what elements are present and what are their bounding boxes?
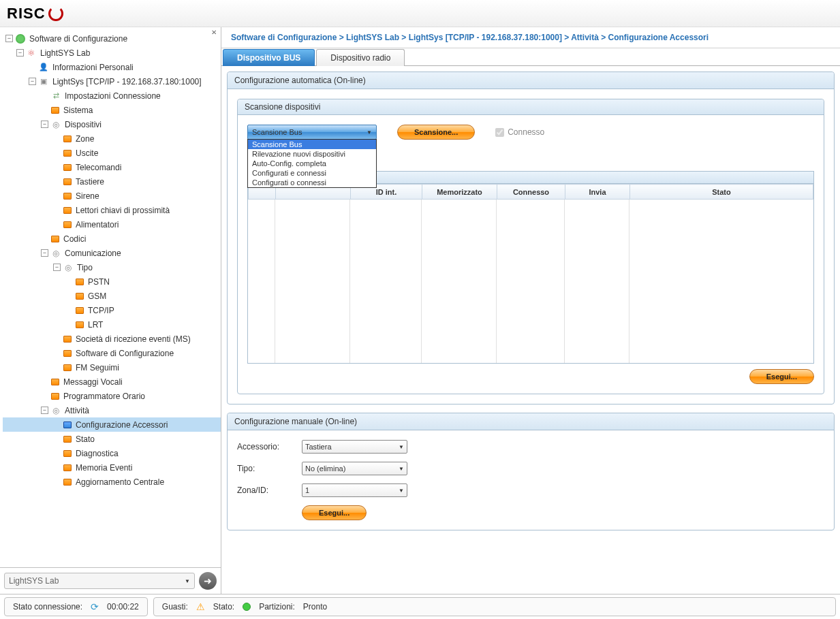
tree-dispositivi[interactable]: −◎Dispositivi [3,117,221,131]
tree-telecomandi[interactable]: Telecomandi [3,160,221,174]
site-select[interactable]: LightSYS Lab ▼ [4,573,195,589]
tree-diagnostica[interactable]: Diagnostica [3,446,221,460]
tree-sirene[interactable]: Sirene [3,189,221,203]
tree-fm[interactable]: FM Seguimi [3,360,221,375]
collapse-icon[interactable]: − [5,35,13,42]
tree-messaggi[interactable]: Messaggi Vocali [3,375,221,389]
globe-icon [16,34,25,44]
tree-uscite[interactable]: Uscite [3,146,221,160]
manual-execute-button[interactable]: Esegui... [302,505,367,520]
collapse-icon[interactable]: − [29,78,36,85]
dropdown-option[interactable]: Configurati o connessi [248,178,376,187]
tree-info[interactable]: 👤Informazioni Personali [3,60,221,74]
tree-societa[interactable]: Società di ricezione eventi (MS) [3,332,221,346]
tree-gsm[interactable]: GSM [3,289,221,303]
tree-aggiornamento[interactable]: Aggiornamento Centrale [3,475,221,489]
tree-alimentatori[interactable]: Alimentatori [3,217,221,232]
tree-software[interactable]: Software di Configurazione [3,346,221,360]
tree-tipo[interactable]: −◎Tipo [3,260,221,274]
tree-codici[interactable]: Codici [3,232,221,246]
tree-root[interactable]: −Software di Configurazione [3,31,221,46]
tree-label: Programmatore Orario [63,392,145,401]
scan-mode-dropdown-list: Scansione Bus Rilevazione nuovi disposit… [247,139,377,188]
dropdown-option[interactable]: Configurati e connessi [248,168,376,178]
go-button[interactable]: ➜ [199,572,217,590]
dropdown-option[interactable]: Scansione Bus [248,140,376,149]
tree-configurazione[interactable]: Configurazione Accessori [3,417,221,432]
tree-lab[interactable]: −⚛LightSYS Lab [3,46,221,60]
collapse-icon[interactable]: − [53,264,61,271]
gear-icon: ◎ [51,120,61,129]
tree-label: Diagnostica [76,449,119,458]
tree-label: LightSYS Lab [40,48,90,58]
scan-mode-dropdown[interactable]: Scansione Bus ▼ [247,125,377,140]
tab-radio[interactable]: Dispositivo radio [316,49,405,66]
tree-programmatore[interactable]: Programmatore Orario [3,389,221,403]
share-icon: ⚛ [27,48,36,58]
close-icon[interactable]: ✕ [211,29,217,36]
collapse-icon[interactable]: − [41,249,48,257]
tree-zone[interactable]: Zone [3,131,221,146]
auto-config-title: Configurazione automatica (On-line) [228,72,834,89]
tree-label: Sirene [76,191,99,201]
collapse-icon[interactable]: − [16,49,24,57]
tree-label: Stato [76,434,95,444]
tree-label: Alimentatori [76,220,119,229]
tree-device[interactable]: −▣LightSys [TCP/IP - 192.168.37.180:1000… [3,74,221,89]
tree-pstn[interactable]: PSTN [3,274,221,289]
tree-conn[interactable]: ⇄Impostazioni Connessione [3,89,221,103]
sidebar: ✕ −Software di Configurazione −⚛LightSYS… [0,27,221,594]
tree-label: Dispositivi [65,120,102,129]
tree-label: PSTN [88,277,110,287]
folder-icon [63,364,72,371]
tree-label: Società di ricezione eventi (MS) [76,334,191,344]
tree-label: Sistema [63,106,93,115]
manual-config-title: Configurazione manuale (On-line) [228,413,834,430]
accessorio-label: Accessorio: [237,442,302,451]
folder-icon [51,236,59,242]
warning-icon: ⚠ [196,601,205,612]
folder-icon [76,293,84,300]
folder-icon [63,221,72,228]
dropdown-option[interactable]: Rilevazione nuovi dispositivi [248,149,376,159]
tree-memoria[interactable]: Memoria Eventi [3,460,221,475]
folder-icon [63,150,72,157]
tree-sistema[interactable]: Sistema [3,103,221,117]
tree-attivita[interactable]: −◎Attività [3,403,221,417]
collapse-icon[interactable]: − [41,407,48,414]
status-main-panel: Guasti: ⚠ Stato: Partizioni: Pronto [153,597,836,616]
guasti-label: Guasti: [162,602,188,612]
chevron-down-icon: ▼ [399,466,404,472]
tree-tastiere[interactable]: Tastiere [3,174,221,189]
tab-bus[interactable]: Dispositivo BUS [223,49,315,66]
folder-icon [63,336,72,343]
scan-button[interactable]: Scansione... [397,125,475,140]
th-memorizzato[interactable]: Memorizzato [422,185,497,200]
auto-execute-button[interactable]: Esegui... [749,369,814,384]
tipo-select[interactable]: No (elimina) ▼ [302,462,407,475]
collapse-icon[interactable]: − [41,121,48,128]
dropdown-option[interactable]: Auto-Config. completa [248,159,376,168]
table-body [248,200,813,363]
folder-icon [63,193,72,200]
tree-lettori[interactable]: Lettori chiavi di prossimità [3,203,221,217]
app-header: RISC [0,0,840,27]
user-icon: 👤 [39,63,48,72]
chevron-down-icon: ▼ [399,444,404,450]
tree-lrt[interactable]: LRT [3,317,221,332]
tree-tcpip[interactable]: TCP/IP [3,303,221,317]
th-connesso[interactable]: Connesso [497,185,565,200]
folder-icon [51,393,59,400]
refresh-icon: ⟳ [91,601,99,612]
folder-icon [76,279,84,285]
gear-icon: ◎ [63,263,73,272]
tree-stato[interactable]: Stato [3,432,221,446]
accessorio-select[interactable]: Tastiera ▼ [302,440,407,454]
th-stato[interactable]: Stato [630,185,813,200]
zona-select[interactable]: 1 ▼ [302,483,407,497]
connesso-label: Connesso [508,127,544,137]
th-invia[interactable]: Invia [565,185,630,200]
tree-comunicazione[interactable]: −◎Comunicazione [3,246,221,260]
site-select-value: LightSYS Lab [9,576,59,586]
tree-label: Software di Configurazione [29,34,127,44]
